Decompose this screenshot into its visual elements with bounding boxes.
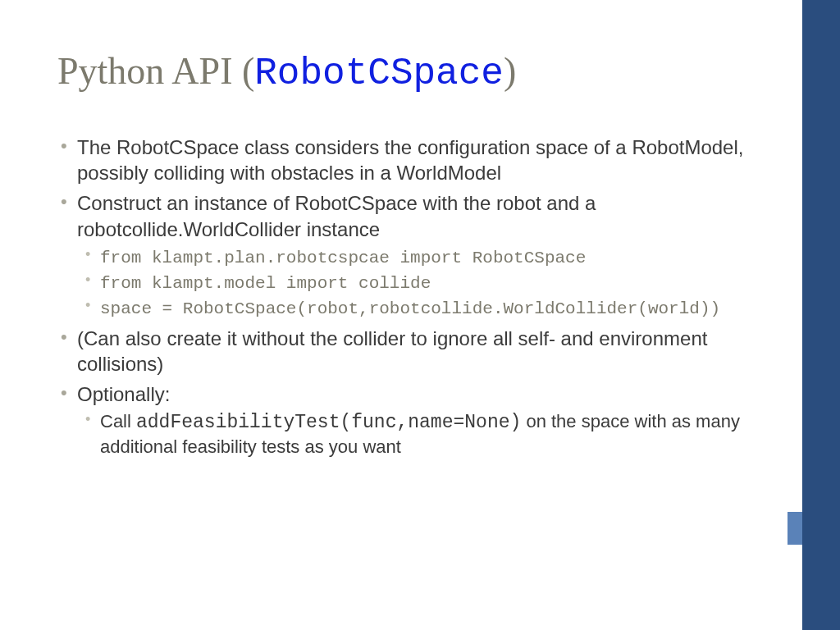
sub-bullet-item: space = RobotCSpace(robot,robotcollide.W… <box>77 296 746 320</box>
title-highlight: RobotCSpace <box>254 52 504 95</box>
bullet-text: The RobotCSpace class considers the conf… <box>77 136 743 184</box>
code-text: from klampt.model import collide <box>100 274 431 293</box>
code-text: from klampt.plan.robotcspcae import Robo… <box>100 249 586 267</box>
slide-title: Python API (RobotCSpace) <box>57 49 746 95</box>
sub-bullet-item: from klampt.model import collide <box>77 271 746 294</box>
sub-bullet-item: Call addFeasibilityTest(func,name=None) … <box>77 410 746 459</box>
title-suffix: ) <box>504 50 516 92</box>
bullet-list: The RobotCSpace class considers the conf… <box>57 135 746 459</box>
title-prefix: Python API ( <box>57 50 254 92</box>
code-inline-text: addFeasibilityTest(func,name=None) <box>136 412 521 433</box>
bullet-text: Construct an instance of RobotCSpace wit… <box>77 192 596 240</box>
bullet-item: The RobotCSpace class considers the conf… <box>57 135 746 185</box>
sub-bullet-text-pre: Call <box>100 411 136 431</box>
slide: Python API (RobotCSpace) The RobotCSpace… <box>0 0 788 630</box>
bullet-item: Optionally: Call addFeasibilityTest(func… <box>57 381 746 459</box>
sub-bullet-item: from klampt.plan.robotcspcae import Robo… <box>77 245 746 269</box>
sub-bullet-list: Call addFeasibilityTest(func,name=None) … <box>77 410 746 459</box>
sub-bullet-list: from klampt.plan.robotcspcae import Robo… <box>77 245 746 321</box>
bullet-item: (Can also create it without the collider… <box>57 326 746 377</box>
bullet-text: Optionally: <box>77 383 170 405</box>
bullet-text: (Can also create it without the collider… <box>77 327 707 375</box>
bullet-item: Construct an instance of RobotCSpace wit… <box>57 190 746 320</box>
slide-content: The RobotCSpace class considers the conf… <box>57 135 746 459</box>
decorative-accent-dark <box>802 0 840 630</box>
code-text: space = RobotCSpace(robot,robotcollide.W… <box>100 299 720 318</box>
